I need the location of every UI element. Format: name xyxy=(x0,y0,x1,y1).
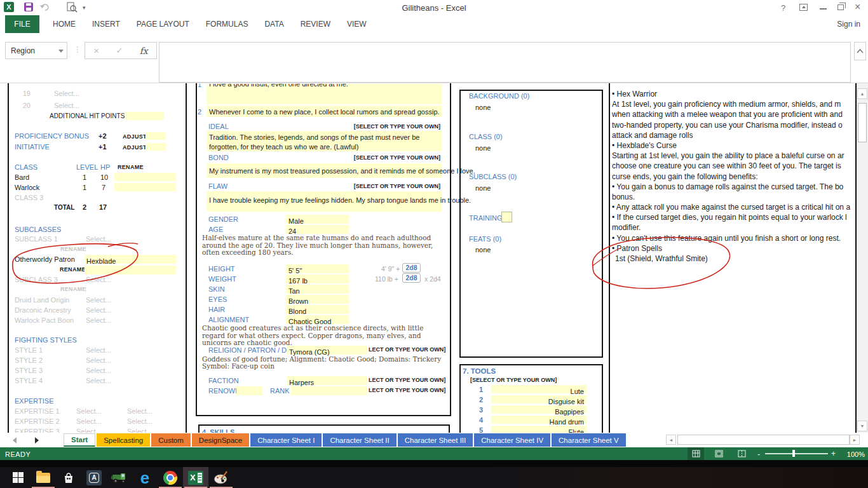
bond-cell[interactable]: My instrument is my most treasured posse… xyxy=(207,163,442,178)
tab-formulas[interactable]: FORMULAS xyxy=(198,15,257,33)
sheet-tab-character-sheet-5[interactable]: Character Sheet V xyxy=(552,433,626,447)
normal-view-icon[interactable] xyxy=(688,447,704,460)
harvester-game-button[interactable] xyxy=(107,467,132,488)
formula-bar-input[interactable] xyxy=(159,42,851,83)
sheet-nav-right-icon[interactable] xyxy=(35,437,39,444)
paint-button[interactable] xyxy=(208,467,234,488)
zoom-slider-thumb[interactable] xyxy=(792,450,795,457)
name-box-dropdown-icon[interactable] xyxy=(58,50,64,53)
ideal-cell[interactable]: Tradition. The stories, legends, and son… xyxy=(207,131,442,151)
hp-row-19-select[interactable]: Select... xyxy=(54,90,79,97)
close-icon[interactable]: × xyxy=(855,1,860,13)
hscroll-left-icon[interactable]: ◄ xyxy=(666,435,676,445)
help-icon[interactable]: ? xyxy=(781,3,785,13)
sheet-tab-character-sheet-1[interactable]: Character Sheet I xyxy=(250,433,322,447)
scroll-down-icon[interactable]: ▼ xyxy=(857,421,867,431)
file-explorer-button[interactable] xyxy=(31,467,56,488)
restore-icon[interactable] xyxy=(837,4,844,10)
weight-die-button[interactable]: 2d8 xyxy=(402,273,421,283)
chrome-button[interactable] xyxy=(158,467,183,488)
rename2-cell[interactable] xyxy=(85,266,176,274)
tab-view[interactable]: VIEW xyxy=(339,15,375,33)
minimize-icon[interactable] xyxy=(820,8,827,10)
expertise1-select1[interactable]: Select... xyxy=(76,407,102,415)
edge-button[interactable]: e xyxy=(132,467,158,488)
zoom-level[interactable]: 100% xyxy=(842,451,865,458)
tool3-cell[interactable]: Bagpipes xyxy=(491,405,587,414)
renown-cell[interactable] xyxy=(236,386,262,395)
hscroll-right-icon[interactable]: ► xyxy=(850,435,860,445)
style2-select[interactable]: Select... xyxy=(86,356,111,364)
start-button[interactable] xyxy=(5,467,31,488)
trait2-cell[interactable]: Whenever I come to a new place, I collec… xyxy=(207,105,442,117)
tab-file[interactable]: FILE xyxy=(5,15,39,33)
religion-cell[interactable]: Tymora (CG) xyxy=(287,346,367,355)
tab-data[interactable]: DATA xyxy=(256,15,292,33)
sign-in-link[interactable]: Sign in xyxy=(837,20,860,29)
height-cell[interactable]: 5' 5" xyxy=(286,264,349,273)
skin-cell[interactable]: Tan xyxy=(286,285,349,294)
proficiency-adjust-cell[interactable] xyxy=(146,132,166,140)
training-checkbox[interactable] xyxy=(501,212,512,222)
weight-cell[interactable]: 167 lb xyxy=(286,274,349,283)
druid-origin-select[interactable]: Select... xyxy=(86,296,111,304)
sheet-tab-spellcasting[interactable]: Spellcasting xyxy=(97,433,150,447)
scroll-up-icon[interactable]: ▲ xyxy=(857,88,867,99)
zoom-slider-track[interactable] xyxy=(765,453,828,454)
name-box[interactable]: Region xyxy=(5,42,67,59)
flaw-cell[interactable]: I have trouble keeping my true feelings … xyxy=(207,191,442,212)
bard-rename-cell[interactable] xyxy=(114,173,176,181)
expertise2-select1[interactable]: Select... xyxy=(76,417,102,425)
gender-cell[interactable]: Male xyxy=(286,215,349,224)
hair-cell[interactable]: Blond xyxy=(286,305,349,314)
sheet-tab-custom[interactable]: Custom xyxy=(151,433,191,447)
zoom-in-icon[interactable]: + xyxy=(831,449,836,458)
style1-select[interactable]: Select... xyxy=(86,346,111,354)
expertise2-select2[interactable]: Select... xyxy=(127,417,153,425)
page-layout-view-icon[interactable] xyxy=(710,447,727,460)
patron-value-cell[interactable]: Hexblade xyxy=(85,255,176,264)
sheet-nav-left-icon[interactable] xyxy=(13,437,17,444)
pact-boon-select[interactable]: Select... xyxy=(86,316,111,324)
tab-home[interactable]: HOME xyxy=(44,15,84,33)
sheet-tab-character-sheet-4[interactable]: Character Sheet IV xyxy=(474,433,550,447)
sheet-tab-start[interactable]: Start xyxy=(64,433,95,447)
sheet-tab-character-sheet-2[interactable]: Character Sheet II xyxy=(323,433,396,447)
tab-review[interactable]: REVIEW xyxy=(292,15,339,33)
additional-hp-cell[interactable] xyxy=(126,112,164,120)
tab-insert[interactable]: INSERT xyxy=(84,15,128,33)
vertical-scroll-thumb[interactable] xyxy=(858,103,867,142)
eyes-cell[interactable]: Brown xyxy=(286,295,349,304)
tool1-cell[interactable]: Lute xyxy=(491,385,587,393)
a-app-button[interactable]: A xyxy=(81,467,107,488)
expertise3-select2[interactable]: Select... xyxy=(127,428,153,433)
tool4-cell[interactable]: Hand drum xyxy=(491,416,587,424)
windows-store-button[interactable] xyxy=(56,467,81,488)
rank-cell[interactable] xyxy=(291,386,367,395)
height-die-button[interactable]: 2d8 xyxy=(402,263,421,273)
style4-select[interactable]: Select... xyxy=(86,377,111,384)
excel-taskbar-button[interactable]: X xyxy=(183,467,208,488)
zoom-out-icon[interactable]: - xyxy=(757,449,760,459)
tool5-cell[interactable]: Flute xyxy=(491,426,587,433)
expertise1-select2[interactable]: Select... xyxy=(127,407,153,415)
style3-select[interactable]: Select... xyxy=(86,367,111,374)
expertise3-select1[interactable]: Select... xyxy=(76,428,102,433)
subclass3-select[interactable]: Select... xyxy=(86,276,111,283)
tool2-cell[interactable]: Disguise kit xyxy=(491,395,587,403)
enter-icon[interactable]: ✓ xyxy=(116,46,123,55)
tab-page-layout[interactable]: PAGE LAYOUT xyxy=(128,15,198,33)
draconic-ancestry-select[interactable]: Select... xyxy=(86,306,111,314)
subclass1-select[interactable]: Select... xyxy=(86,235,111,243)
age-cell[interactable]: 24 xyxy=(286,225,349,234)
page-break-view-icon[interactable] xyxy=(733,447,750,460)
cancel-icon[interactable]: × xyxy=(93,45,99,56)
faction-cell[interactable]: Harpers xyxy=(287,376,367,385)
hp-row-20-select[interactable]: Select... xyxy=(54,102,79,109)
collapse-formula-bar-icon[interactable] xyxy=(854,42,866,60)
sheet-tab-character-sheet-3[interactable]: Character Sheet III xyxy=(398,433,473,447)
alignment-cell[interactable]: Chaotic Good xyxy=(286,315,349,324)
sheet-tab-designspace[interactable]: DesignSpace xyxy=(192,433,249,447)
horizontal-scrollbar[interactable] xyxy=(677,435,850,445)
insert-function-icon[interactable]: fx xyxy=(140,46,148,56)
